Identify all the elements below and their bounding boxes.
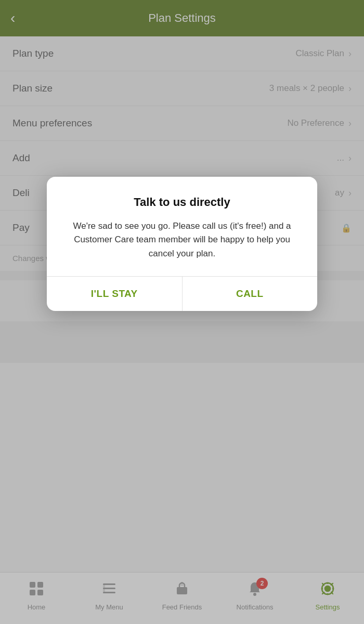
modal-body: Talk to us directly We're sad to see you… <box>47 177 317 261</box>
call-button[interactable]: CALL <box>183 277 318 311</box>
modal-overlay: Talk to us directly We're sad to see you… <box>0 0 364 624</box>
modal-text: We're sad to see you go. Please call us … <box>68 219 296 261</box>
modal-actions: I'LL STAY CALL <box>47 276 317 311</box>
stay-button[interactable]: I'LL STAY <box>47 277 183 311</box>
modal-title: Talk to us directly <box>68 196 296 209</box>
modal-dialog: Talk to us directly We're sad to see you… <box>47 177 317 311</box>
